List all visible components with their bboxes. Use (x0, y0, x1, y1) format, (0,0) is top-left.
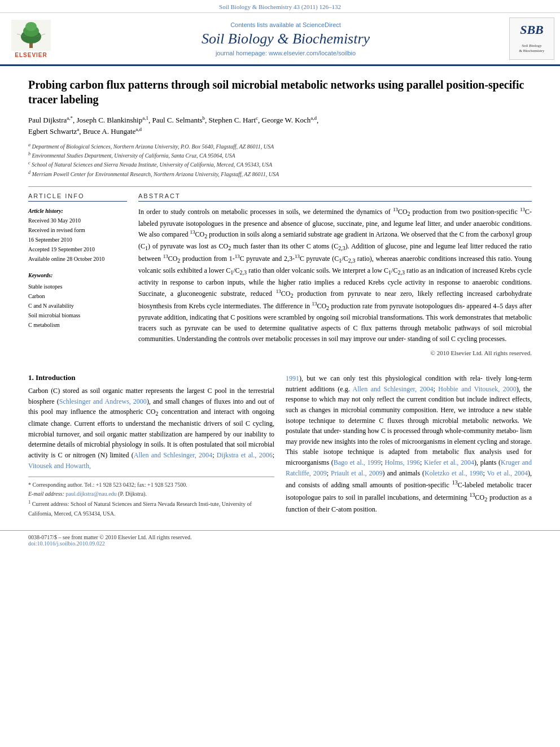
author-hungate: Bruce A. Hungate (83, 127, 136, 136)
ref-1991[interactable]: 1991 (286, 374, 299, 382)
ref-priault-2009[interactable]: Priault et al., 2009 (331, 469, 382, 477)
footer-doi: doi:10.1016/j.soilbio.2010.09.022 (28, 540, 105, 547)
affiliation-c: School of Natural Sciences and Sierra Ne… (32, 162, 272, 168)
ref-vo-2004[interactable]: Vo et al., 2004 (487, 469, 528, 477)
author-dijkstra: Paul Dijkstra (28, 116, 67, 124)
homepage-link: journal homepage: www.elsevier.com/locat… (62, 50, 509, 56)
journal-reference: Soil Biology & Biochemistry 43 (2011) 12… (0, 0, 560, 13)
divider-top (28, 186, 532, 187)
author-hart: Stephen C. Hart (209, 116, 256, 124)
affiliation-b: Environmental Studies Department, Univer… (32, 152, 235, 159)
footnotes: * Corresponding author. Tel.: +1 928 523… (28, 477, 274, 518)
author-koch: George W. Koch (262, 116, 311, 124)
affiliations: a Department of Biological Sciences, Nor… (28, 142, 532, 178)
author-selmants: Paul C. Selmants (152, 116, 202, 124)
journal-name: Soil Biology & Biochemistry (62, 30, 509, 47)
body-content: 1. Introduction Carbon (C) stored as soi… (0, 368, 560, 530)
body-columns: 1. Introduction Carbon (C) stored as soi… (28, 373, 532, 519)
abstract-text: In order to study controls on metabolic … (138, 206, 532, 344)
intro-paragraph-1: Carbon (C) stored as soil organic matter… (28, 386, 274, 471)
history-title: Article history: (28, 208, 63, 214)
ref-vitousek[interactable]: Vitousek and Howarth, (28, 462, 91, 470)
ref-hobbie-2000[interactable]: Hobbie and Vitousek, 2000 (438, 385, 517, 393)
keyword-5: C metabolism (28, 320, 127, 330)
page-footer: 0038-0717/$ – see front matter © 2010 El… (0, 530, 560, 550)
body-right-column: 1991), but we can only test this physiol… (286, 373, 532, 519)
contents-link: Contents lists available at ScienceDirec… (62, 21, 509, 28)
abstract-column: ABSTRACT In order to study controls on m… (138, 193, 532, 356)
ref-allen-2004[interactable]: Allen and Schlesinger, 2004 (134, 451, 212, 459)
abstract-label: ABSTRACT (138, 193, 532, 202)
article-content: Probing carbon flux patterns through soi… (0, 66, 560, 368)
author-blankinship: Joseph C. Blankinship (77, 116, 143, 124)
ref-schlesinger-2000[interactable]: Schlesinger and Andrews, 2000 (59, 397, 147, 405)
received-date: Received 30 May 2010 (28, 217, 81, 224)
authors-line: Paul Dijkstraa,*, Joseph C. Blankinshipa… (28, 115, 532, 137)
received-revised-label: Received in revised form (28, 227, 85, 233)
ref-kiefer-2004[interactable]: Kiefer et al., 2004 (424, 458, 474, 466)
journal-ref-text: Soil Biology & Biochemistry 43 (2011) 12… (219, 3, 341, 10)
journal-header: ELSEVIER Contents lists available at Sci… (0, 13, 560, 66)
intro-paragraph-right: 1991), but we can only test this physiol… (286, 373, 532, 514)
body-left-column: 1. Introduction Carbon (C) stored as soi… (28, 373, 274, 519)
article-title: Probing carbon flux patterns through soi… (28, 77, 532, 107)
sciencedirect-link[interactable]: ScienceDirect (303, 21, 341, 28)
received-revised-date: 16 September 2010 (28, 237, 72, 243)
article-info-label: ARTICLE INFO (28, 193, 127, 202)
journal-title-center: Contents lists available at ScienceDirec… (62, 21, 509, 56)
ref-koletzko-1998[interactable]: Koletzko et al., 1998 (425, 469, 483, 477)
article-info-column: ARTICLE INFO Article history: Received 3… (28, 193, 127, 356)
accepted-date: Accepted 19 September 2010 (28, 246, 95, 252)
article-history: Article history: Received 30 May 2010 Re… (28, 206, 127, 264)
elsevier-tree-icon (11, 20, 51, 51)
footnote-1: 1 Current address: School of Natural Sci… (28, 499, 274, 518)
info-abstract-columns: ARTICLE INFO Article history: Received 3… (28, 193, 532, 356)
keyword-2: Carbon (28, 291, 127, 301)
footer-issn-copyright: 0038-0717/$ – see front matter © 2010 El… (28, 534, 191, 547)
footer-issn: 0038-0717/$ – see front matter © 2010 El… (28, 534, 191, 540)
keyword-1: Stable isotopes (28, 282, 127, 291)
ref-bago-1999[interactable]: Bago et al., 1999 (334, 458, 381, 466)
elsevier-logo: ELSEVIER (6, 20, 56, 58)
svg-point-4 (25, 22, 37, 31)
ref-allen-schlesinger-2[interactable]: Allen and Schlesinger, 2004 (352, 385, 433, 393)
ref-holms-1996[interactable]: Holms, 1996 (384, 458, 420, 466)
copyright-line: © 2010 Elsevier Ltd. All rights reserved… (138, 350, 532, 356)
footnote-corresponding: * Corresponding author. Tel.: +1 928 523… (28, 480, 274, 490)
keyword-3: C and N availability (28, 301, 127, 311)
affiliation-a: Department of Biological Sciences, North… (32, 143, 274, 150)
keyword-4: Soil microbial biomass (28, 311, 127, 320)
elsevier-brand-label: ELSEVIER (15, 52, 47, 58)
keywords-label: Keywords: (28, 270, 127, 280)
affiliation-d: Merriam Powell Center for Environmental … (32, 171, 279, 177)
journal-logo-right: SBB Soil Biology& Biochemistry (509, 18, 554, 60)
ref-dijkstra-2006[interactable]: Dijkstra et al., 2006 (217, 451, 273, 459)
author-schwartz: Egbert Schwartz (28, 127, 77, 136)
logo-journal-name: Soil Biology& Biochemistry (519, 43, 545, 54)
footnote-email: E-mail address: paul.dijkstra@nau.edu (P… (28, 490, 274, 499)
available-online: Available online 28 October 2010 (28, 256, 104, 262)
logo-initials: SBB (520, 24, 544, 36)
intro-section-title: 1. Introduction (28, 373, 274, 382)
email-link[interactable]: paul.dijkstra@nau.edu (65, 491, 116, 497)
keywords-section: Keywords: Stable isotopes Carbon C and N… (28, 270, 127, 330)
